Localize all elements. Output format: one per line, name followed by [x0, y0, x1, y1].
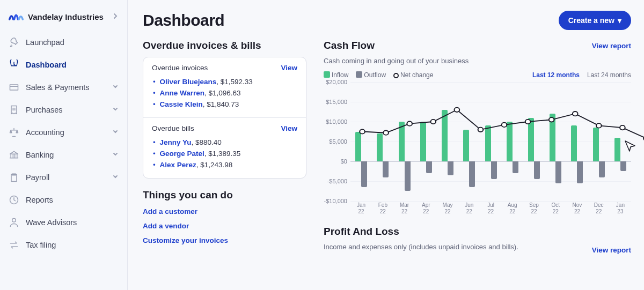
sidebar-item-reports[interactable]: Reports	[0, 189, 127, 211]
x-label: Mar22	[393, 201, 415, 216]
range-last-12-months[interactable]: Last 12 months	[532, 71, 580, 79]
x-label: Feb22	[372, 201, 393, 216]
cashflow-title: Cash Flow	[324, 40, 469, 51]
legend-outflow: Outflow	[356, 71, 386, 79]
clock-icon	[9, 195, 19, 205]
net-point[interactable]	[455, 108, 460, 112]
scale-icon	[9, 127, 19, 138]
sidebar-item-label: Banking	[26, 151, 54, 159]
bill-name[interactable]: George Patel	[160, 150, 204, 158]
chevron-down-icon	[112, 106, 119, 114]
sidebar-item-label: Tax filing	[26, 241, 56, 249]
person-icon	[9, 217, 19, 228]
overdue-invoices-title: Overdue invoices	[152, 64, 208, 72]
x-label: Oct22	[545, 201, 566, 216]
net-point[interactable]	[596, 123, 602, 128]
chevron-down-icon	[112, 128, 119, 137]
bill-row: • George Patel, $1,389.35	[152, 148, 297, 159]
sidebar-item-label: Wave Advisors	[26, 218, 77, 227]
x-label: Jul22	[480, 201, 501, 216]
y-tick: -$5,000	[327, 178, 347, 184]
cashflow-subtitle: Cash coming in and going out of your bus…	[324, 57, 469, 65]
x-label: Dec22	[588, 201, 610, 216]
sidebar-item-payroll[interactable]: Payroll	[0, 166, 127, 189]
company-switcher[interactable]: Vandelay Industries	[0, 6, 127, 31]
y-tick: $10,000	[326, 118, 347, 125]
action-link-0[interactable]: Add a customer	[143, 207, 197, 215]
overdue-card: Overdue invoices View • Oliver Bluejeans…	[143, 57, 306, 179]
net-point[interactable]	[502, 123, 507, 127]
sidebar-item-wave-advisors[interactable]: Wave Advisors	[0, 211, 127, 234]
chevron-right-icon	[112, 12, 119, 21]
invoice-row: • Oliver Bluejeans, $1,592.33	[152, 76, 297, 87]
overdue-section-title: Overdue invoices & bills	[143, 40, 306, 51]
net-point[interactable]	[430, 120, 436, 124]
bill-row: • Alex Perez, $1,243.98	[152, 159, 297, 170]
invoice-name[interactable]: Oliver Bluejeans	[160, 78, 217, 86]
profitloss-view-report-link[interactable]: View report	[592, 246, 631, 254]
bank-icon	[9, 150, 19, 160]
actions-section-title: Things you can do	[143, 189, 306, 201]
sidebar-item-banking[interactable]: Banking	[0, 144, 127, 166]
swap-icon	[9, 240, 19, 250]
chevron-down-icon	[112, 83, 119, 92]
sidebar-item-label: Accounting	[26, 128, 64, 137]
cashflow-view-report-link[interactable]: View report	[592, 42, 631, 50]
caret-down-icon: ▾	[618, 16, 621, 25]
sidebar-item-label: Payroll	[26, 173, 49, 182]
sidebar-item-tax-filing[interactable]: Tax filing	[0, 234, 127, 256]
sidebar-item-accounting[interactable]: Accounting	[0, 121, 127, 144]
main-content: Dashboard Create a new ▾ Overdue invoice…	[128, 0, 644, 290]
cashflow-chart: $20,000$15,000$10,000$5,000$0-$5,000-$10…	[324, 82, 631, 216]
sidebar-item-label: Reports	[26, 196, 53, 204]
range-last-24-months[interactable]: Last 24 months	[587, 71, 631, 79]
profitloss-subtitle: Income and expenses only (includes unpai…	[324, 243, 518, 251]
wave-logo-icon	[9, 10, 24, 24]
bill-name[interactable]: Alex Perez	[160, 161, 196, 169]
bill-name[interactable]: Jenny Yu	[160, 138, 192, 146]
card-icon	[9, 82, 19, 93]
x-label: Apr22	[415, 201, 437, 216]
net-point[interactable]	[407, 122, 412, 126]
sidebar-item-dashboard[interactable]: Dashboard	[0, 54, 127, 76]
chevron-down-icon	[112, 151, 119, 159]
sidebar-item-purchases[interactable]: Purchases	[0, 99, 127, 121]
net-point[interactable]	[478, 128, 484, 132]
overdue-invoices-view-link[interactable]: View	[281, 64, 297, 72]
legend-inflow: Inflow	[324, 71, 348, 79]
legend-net: Net change	[393, 71, 433, 79]
profitloss-title: Profit And Loss	[324, 226, 518, 237]
x-label: Jan23	[610, 201, 631, 216]
create-new-button[interactable]: Create a new ▾	[559, 11, 631, 30]
overdue-bills-view-link[interactable]: View	[281, 124, 297, 132]
sidebar-item-label: Purchases	[26, 106, 63, 114]
clipboard-icon	[9, 172, 19, 183]
sidebar-item-sales-payments[interactable]: Sales & Payments	[0, 76, 127, 99]
net-point[interactable]	[620, 125, 625, 130]
net-point[interactable]	[525, 120, 531, 124]
x-label: Jan22	[350, 201, 372, 216]
rocket-icon	[9, 37, 19, 48]
y-tick: -$10,000	[324, 198, 347, 204]
sidebar-item-label: Dashboard	[26, 61, 67, 69]
net-point[interactable]	[549, 117, 554, 122]
y-tick: $20,000	[326, 79, 347, 85]
net-point[interactable]	[383, 131, 389, 135]
action-link-1[interactable]: Add a vendor	[143, 222, 189, 230]
chevron-down-icon	[112, 173, 119, 182]
x-label: Aug22	[502, 201, 523, 216]
net-point[interactable]	[360, 129, 365, 133]
receipt-icon	[9, 105, 19, 115]
sidebar-item-launchpad[interactable]: Launchpad	[0, 31, 127, 54]
action-link-2[interactable]: Customize your invoices	[143, 236, 228, 244]
x-label: Jun22	[458, 201, 480, 216]
invoice-name[interactable]: Cassie Klein	[160, 100, 203, 108]
invoice-row: • Cassie Klein, $1,840.73	[152, 99, 297, 110]
net-point[interactable]	[573, 111, 578, 116]
page-title: Dashboard	[143, 11, 224, 29]
cursor-icon	[624, 139, 636, 154]
sidebar-item-label: Launchpad	[26, 38, 64, 47]
invoice-name[interactable]: Anne Warren	[160, 89, 205, 97]
company-name: Vandelay Industries	[28, 12, 108, 21]
x-label: May22	[437, 201, 458, 216]
